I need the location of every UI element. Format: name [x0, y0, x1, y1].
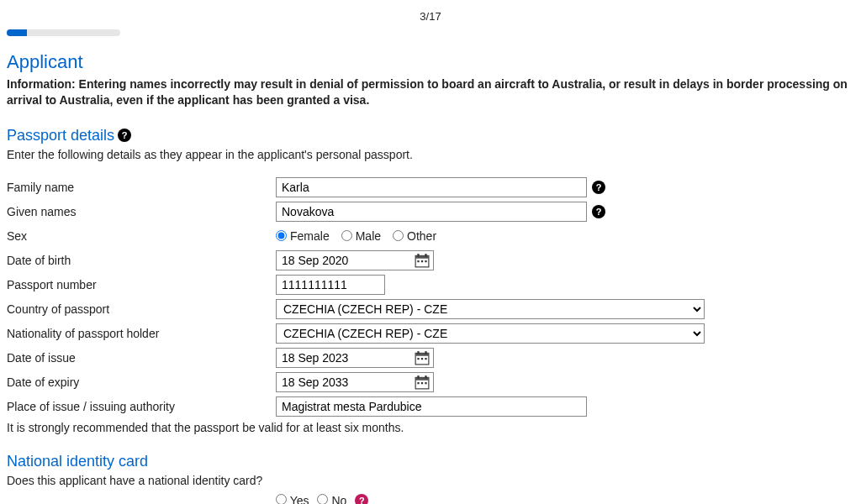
radio-male[interactable] [341, 230, 352, 241]
nic-no-option[interactable]: No [317, 494, 346, 504]
svg-rect-18 [417, 382, 419, 384]
issue-date-input[interactable] [277, 349, 411, 367]
sex-option-other[interactable]: Other [393, 229, 436, 243]
label-country: Country of passport [7, 302, 276, 316]
country-select[interactable]: CZECHIA (CZECH REP) - CZE [276, 299, 705, 319]
nic-heading-text: National identity card [7, 453, 148, 470]
family-name-input[interactable] [276, 177, 587, 197]
passport-intro: Enter the following details as they appe… [7, 148, 854, 161]
expiry-date-input[interactable] [277, 373, 411, 391]
label-place: Place of issue / issuing authority [7, 400, 276, 413]
row-family-name: Family name ? [7, 176, 854, 198]
row-expiry: Date of expiry [7, 371, 854, 393]
sex-option-female[interactable]: Female [276, 229, 330, 243]
svg-rect-17 [425, 375, 426, 378]
row-issue: Date of issue [7, 347, 854, 369]
row-country: Country of passport CZECHIA (CZECH REP) … [7, 298, 854, 320]
svg-rect-12 [421, 358, 423, 360]
radio-nic-no[interactable] [317, 494, 328, 504]
sex-option-male[interactable]: Male [341, 229, 381, 243]
help-icon[interactable]: ? [118, 129, 131, 142]
nic-yes-option[interactable]: Yes [276, 494, 309, 504]
progress-fill [7, 29, 27, 36]
svg-rect-4 [417, 260, 419, 262]
passport-heading: Passport details ? [7, 127, 854, 144]
passport-number-input[interactable] [276, 275, 385, 295]
row-nationality: Nationality of passport holder CZECHIA (… [7, 323, 854, 344]
svg-rect-19 [421, 382, 423, 384]
calendar-icon[interactable] [415, 253, 430, 268]
radio-other[interactable] [393, 230, 404, 241]
info-prefix: Information: [7, 77, 79, 91]
label-expiry: Date of expiry [7, 375, 276, 389]
applicant-info: Information: Entering names incorrectly … [7, 76, 854, 108]
label-passport-number: Passport number [7, 278, 276, 291]
row-passport-number: Passport number [7, 274, 854, 296]
row-sex: Sex Female Male Other [7, 225, 854, 247]
given-names-input[interactable] [276, 202, 587, 222]
applicant-heading: Applicant [7, 51, 854, 73]
help-icon[interactable]: ? [592, 181, 605, 194]
nic-question: Does this applicant have a national iden… [7, 474, 854, 487]
svg-rect-16 [417, 375, 419, 378]
svg-rect-13 [425, 358, 426, 360]
passport-heading-text: Passport details [7, 127, 114, 144]
svg-rect-9 [417, 351, 419, 354]
help-icon[interactable]: ? [592, 205, 605, 218]
label-family-name: Family name [7, 181, 276, 194]
page-counter: 3/17 [7, 7, 854, 29]
label-given-names: Given names [7, 205, 276, 218]
help-icon[interactable]: ? [355, 494, 368, 504]
svg-rect-5 [421, 260, 423, 262]
passport-recommend: It is strongly recommended that the pass… [7, 421, 854, 434]
progress-bar [7, 29, 120, 36]
info-body: Entering names incorrectly may result in… [7, 77, 848, 107]
svg-rect-3 [425, 254, 426, 256]
calendar-icon[interactable] [415, 375, 430, 390]
label-issue: Date of issue [7, 351, 276, 365]
row-place: Place of issue / issuing authority [7, 396, 854, 417]
row-dob: Date of birth [7, 249, 854, 271]
label-nationality: Nationality of passport holder [7, 327, 276, 340]
dob-input[interactable] [277, 251, 411, 270]
svg-rect-20 [425, 382, 426, 384]
nic-yesno-row: Yes No ? [276, 494, 854, 504]
sex-radio-group: Female Male Other [276, 229, 436, 243]
label-dob: Date of birth [7, 254, 276, 267]
svg-rect-2 [417, 254, 419, 256]
svg-rect-10 [425, 351, 426, 354]
svg-rect-6 [425, 260, 426, 262]
label-sex: Sex [7, 229, 276, 243]
row-given-names: Given names ? [7, 201, 854, 223]
nationality-select[interactable]: CZECHIA (CZECH REP) - CZE [276, 323, 705, 344]
radio-female[interactable] [276, 230, 287, 241]
svg-rect-11 [417, 358, 419, 360]
radio-nic-yes[interactable] [276, 494, 287, 504]
place-input[interactable] [276, 396, 587, 417]
nic-heading: National identity card [7, 453, 854, 470]
calendar-icon[interactable] [415, 350, 430, 365]
